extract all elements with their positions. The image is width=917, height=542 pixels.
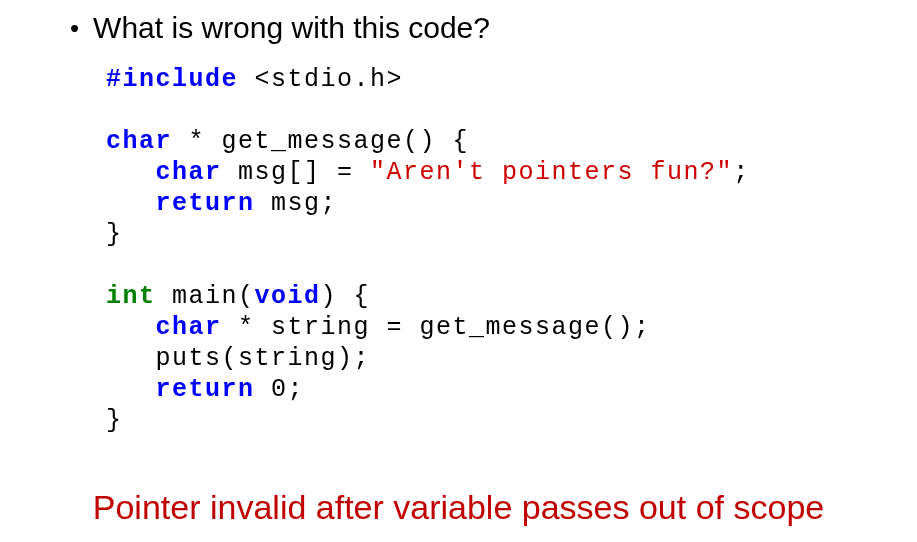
code-text: msg; [255, 189, 338, 218]
code-text: main( [156, 282, 255, 311]
code-keyword: return [156, 189, 255, 218]
code-text: * get_message() { [172, 127, 469, 156]
code-text: * string = get_message(); [222, 313, 651, 342]
code-indent [106, 375, 156, 404]
code-string: "Aren't pointers fun?" [370, 158, 733, 187]
code-text: ; [733, 158, 750, 187]
code-keyword: char [106, 127, 172, 156]
code-keyword: char [156, 158, 222, 187]
code-keyword: char [156, 313, 222, 342]
bullet-dot-icon: • [70, 10, 79, 46]
slide: • What is wrong with this code? #include… [0, 0, 917, 542]
code-text: msg[] = [222, 158, 371, 187]
code-text: puts(string); [106, 344, 370, 373]
code-text: } [106, 406, 123, 435]
code-indent [106, 158, 156, 187]
code-keyword: return [156, 375, 255, 404]
code-text: 0; [255, 375, 305, 404]
code-text: ) { [321, 282, 371, 311]
code-type: int [106, 282, 156, 311]
code-preproc: #include [106, 65, 238, 94]
code-block: #include <stdio.h> char * get_message() … [106, 64, 877, 436]
code-text: } [106, 220, 123, 249]
code-keyword: void [255, 282, 321, 311]
code-indent [106, 189, 156, 218]
answer-note: Pointer invalid after variable passes ou… [0, 488, 917, 527]
code-text: <stdio.h> [238, 65, 403, 94]
question-text: What is wrong with this code? [93, 10, 490, 46]
code-indent [106, 313, 156, 342]
bullet-row: • What is wrong with this code? [70, 10, 877, 46]
